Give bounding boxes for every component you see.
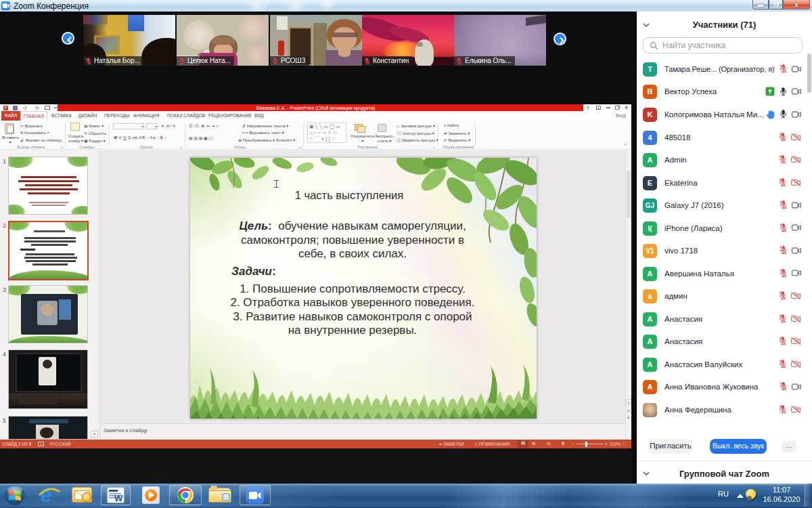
- svg-text:W: W: [114, 493, 123, 503]
